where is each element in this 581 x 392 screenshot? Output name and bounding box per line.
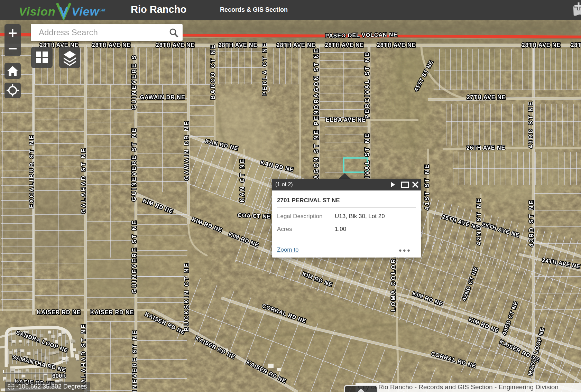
svg-text:GALAHAD ST NE: GALAHAD ST NE (80, 147, 87, 214)
svg-text:28TH AVE NE: 28TH AVE NE (219, 42, 257, 48)
svg-text:GUINEVERE ST NE: GUINEVERE ST NE (131, 220, 138, 294)
svg-text:BUCKSKIN CT NE: BUCKSKIN CT NE (183, 262, 190, 331)
svg-text:28TH AVE NE: 28TH AVE NE (377, 42, 416, 48)
svg-text:LOMA COLORA: LOMA COLORA (390, 252, 397, 311)
svg-text:28TH AVE NE: 28TH AVE NE (156, 42, 195, 48)
svg-text:28TH AVE NE: 28TH AVE NE (92, 42, 131, 48)
svg-text:PERCIVAL ST NE: PERCIVAL ST NE (364, 51, 370, 119)
svg-text:41ST ST NE: 41ST ST NE (424, 163, 430, 210)
svg-text:PERLA CT NE: PERLA CT NE (261, 42, 268, 96)
svg-text:PASEO DEL VOLCAN NE: PASEO DEL VOLCAN NE (325, 31, 397, 39)
svg-text:ELBA AVE NE: ELBA AVE NE (326, 117, 366, 123)
svg-text:GAWAIN DR NE: GAWAIN DR NE (140, 94, 185, 100)
svg-text:KAISER RD NE: KAISER RD NE (90, 309, 134, 315)
svg-text:28TH AVE NE: 28TH AVE NE (325, 42, 364, 48)
svg-text:KAISER RD NE: KAISER RD NE (37, 309, 81, 315)
svg-text:28TH AVE NE: 28TH AVE NE (522, 42, 561, 48)
svg-text:GAWAIN DR NE: GAWAIN DR NE (183, 120, 190, 181)
svg-text:28TH AVE NE: 28TH AVE NE (277, 42, 315, 48)
svg-text:GALAHAD ST NE: GALAHAD ST NE (80, 323, 87, 389)
svg-text:EXCALIBUR ST NE: EXCALIBUR ST NE (28, 134, 35, 208)
svg-text:26TH AVE NE: 26TH AVE NE (467, 145, 505, 151)
svg-text:KAN CT NE: KAN CT NE (239, 158, 246, 203)
svg-text:42ND ST NE: 42ND ST NE (476, 197, 482, 245)
svg-text:28TH: 28TH (571, 42, 581, 48)
svg-text:BARCO CT NE: BARCO CT NE (210, 44, 216, 100)
svg-text:GUINEVERE ST NE: GUINEVERE ST NE (131, 329, 138, 392)
svg-text:43RD ST NE: 43RD ST NE (527, 101, 534, 148)
svg-text:43RD ST NE: 43RD ST NE (528, 199, 535, 247)
svg-text:GUINEVERE S: GUINEVERE S (131, 54, 137, 110)
svg-text:27TH AVE NE: 27TH AVE NE (467, 94, 506, 100)
svg-text:PENDRAGON ST NE: PENDRAGON ST NE (313, 47, 320, 125)
svg-text:GUINEVERE ST NE: GUINEVERE ST NE (131, 127, 137, 202)
